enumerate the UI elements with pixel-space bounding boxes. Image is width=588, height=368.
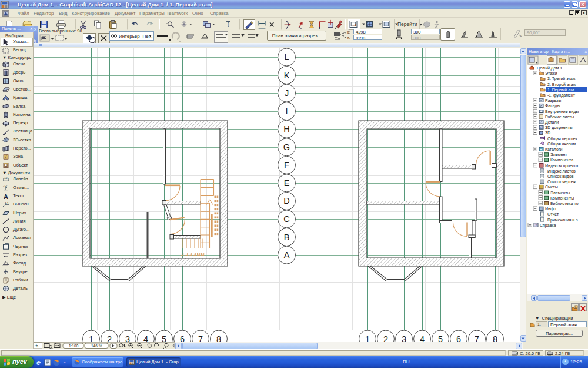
- svg-text:A1: A1: [5, 201, 9, 205]
- svg-text:2: 2: [383, 334, 388, 343]
- svg-text:4: 4: [143, 334, 148, 343]
- svg-text:A: A: [284, 250, 290, 260]
- svg-text:B: B: [284, 233, 290, 242]
- svg-text:5: 5: [438, 334, 443, 343]
- svg-text:146 %: 146 %: [91, 344, 102, 348]
- svg-text:K: K: [284, 71, 290, 80]
- svg-text:8: 8: [216, 334, 221, 343]
- svg-text:A: A: [4, 193, 8, 200]
- svg-text:3: 3: [402, 334, 406, 343]
- svg-text:1:100: 1:100: [69, 344, 79, 348]
- svg-text:L: L: [284, 52, 289, 62]
- svg-text:8: 8: [493, 334, 497, 343]
- svg-text:4: 4: [420, 334, 425, 343]
- svg-text:6: 6: [456, 334, 461, 343]
- svg-text:H: H: [283, 124, 289, 134]
- svg-text:1: 1: [365, 334, 370, 343]
- svg-text:2: 2: [107, 334, 112, 343]
- svg-text:7: 7: [475, 334, 479, 343]
- svg-text:C: C: [283, 214, 289, 224]
- svg-text:G: G: [283, 142, 290, 152]
- svg-text:12: 12: [4, 176, 8, 180]
- svg-text:i: i: [540, 207, 541, 211]
- svg-text:E: E: [284, 178, 290, 188]
- svg-text::b: :b: [35, 344, 38, 348]
- svg-text:F: F: [284, 160, 289, 170]
- svg-text:D: D: [283, 196, 289, 205]
- svg-text:α: α: [520, 34, 523, 38]
- svg-text:5: 5: [162, 334, 166, 343]
- svg-text:-12: -12: [3, 184, 7, 188]
- svg-text:I: I: [285, 107, 288, 116]
- svg-text:J: J: [285, 88, 289, 98]
- svg-text:»: »: [63, 360, 66, 365]
- svg-text:7: 7: [198, 334, 203, 343]
- svg-text:6: 6: [180, 334, 185, 343]
- svg-text:3: 3: [540, 125, 542, 129]
- svg-text:3: 3: [125, 334, 130, 343]
- svg-text:1: 1: [89, 334, 93, 343]
